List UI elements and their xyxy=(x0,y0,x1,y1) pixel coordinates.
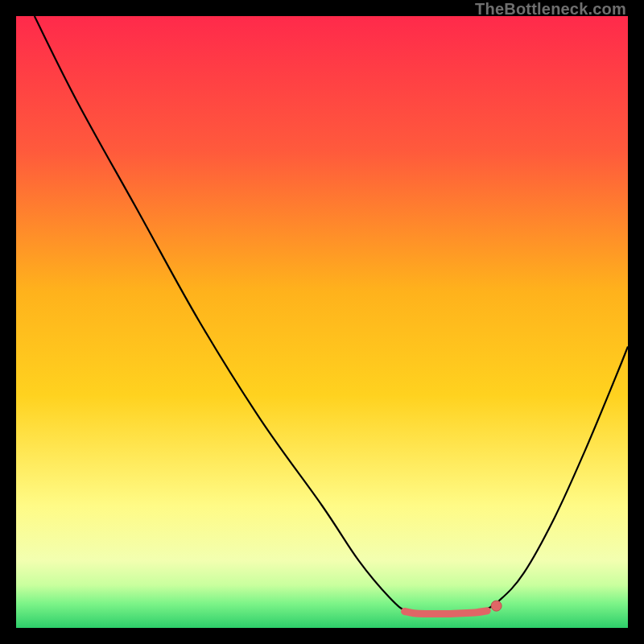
chart-svg xyxy=(16,16,628,628)
plot-area xyxy=(16,16,628,628)
chart-stage: TheBottleneck.com xyxy=(0,0,644,644)
optimal-point-marker xyxy=(491,601,502,611)
optimal-range-marker xyxy=(405,611,488,614)
gradient-background xyxy=(16,16,628,628)
